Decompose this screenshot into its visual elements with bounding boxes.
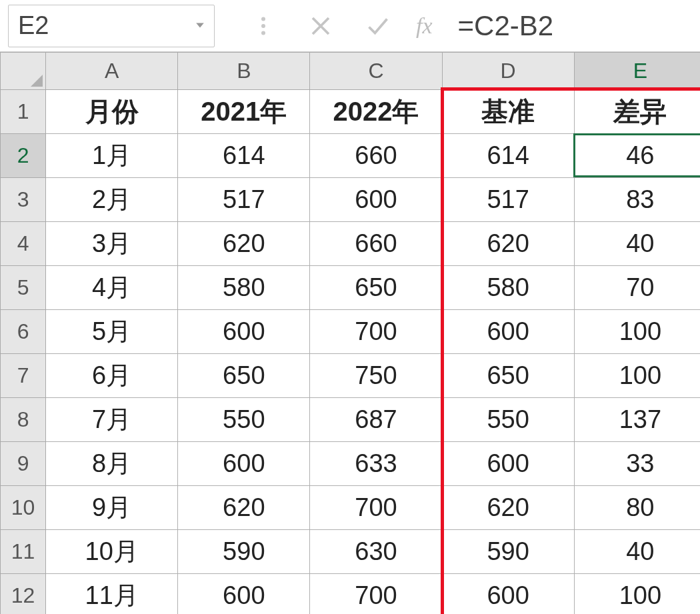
cell-A12[interactable]: 11月 [46, 574, 178, 615]
cell-D7[interactable]: 650 [442, 354, 574, 398]
cell-A7[interactable]: 6月 [46, 354, 178, 398]
cell-A4[interactable]: 3月 [46, 222, 178, 266]
fx-icon[interactable]: fx [407, 13, 442, 39]
cell-D3[interactable]: 517 [442, 178, 574, 222]
cell-C7[interactable]: 750 [310, 354, 442, 398]
cell-B1[interactable]: 2021年 [178, 90, 310, 134]
cell-E10[interactable]: 80 [574, 486, 700, 530]
cell-A10[interactable]: 9月 [46, 486, 178, 530]
cell-A3[interactable]: 2月 [46, 178, 178, 222]
row-header-11[interactable]: 11 [1, 530, 46, 574]
cell-D5[interactable]: 580 [442, 266, 574, 310]
formula-text: =C2-B2 [458, 10, 554, 42]
cell-B12[interactable]: 600 [178, 574, 310, 615]
formula-bar-buttons: fx [235, 5, 442, 47]
cell-B3[interactable]: 517 [178, 178, 310, 222]
cell-B5[interactable]: 580 [178, 266, 310, 310]
column-header-C[interactable]: C [310, 53, 442, 90]
cell-B8[interactable]: 550 [178, 398, 310, 442]
cell-E1[interactable]: 差异 [574, 90, 700, 134]
row-header-7[interactable]: 7 [1, 354, 46, 398]
cell-B2[interactable]: 614 [178, 134, 310, 178]
cell-C12[interactable]: 700 [310, 574, 442, 615]
cell-D9[interactable]: 600 [442, 442, 574, 486]
column-header-B[interactable]: B [178, 53, 310, 90]
row-header-12[interactable]: 12 [1, 574, 46, 615]
cell-D2[interactable]: 614 [442, 134, 574, 178]
cell-C6[interactable]: 700 [310, 310, 442, 354]
cell-C4[interactable]: 660 [310, 222, 442, 266]
cell-D10[interactable]: 620 [442, 486, 574, 530]
svg-point-0 [261, 17, 265, 21]
cell-D11[interactable]: 590 [442, 530, 574, 574]
cell-B9[interactable]: 600 [178, 442, 310, 486]
cell-D12[interactable]: 600 [442, 574, 574, 615]
cell-C9[interactable]: 633 [310, 442, 442, 486]
cell-D8[interactable]: 550 [442, 398, 574, 442]
cell-C11[interactable]: 630 [310, 530, 442, 574]
cell-E4[interactable]: 40 [574, 222, 700, 266]
row-header-5[interactable]: 5 [1, 266, 46, 310]
svg-point-2 [261, 31, 265, 35]
cell-B11[interactable]: 590 [178, 530, 310, 574]
cell-A11[interactable]: 10月 [46, 530, 178, 574]
column-header-D[interactable]: D [442, 53, 574, 90]
name-box-value: E2 [18, 11, 195, 40]
svg-point-1 [261, 24, 265, 28]
cell-A8[interactable]: 7月 [46, 398, 178, 442]
cell-E6[interactable]: 100 [574, 310, 700, 354]
select-all-corner[interactable] [1, 53, 46, 90]
row-header-1[interactable]: 1 [1, 90, 46, 134]
row-header-4[interactable]: 4 [1, 222, 46, 266]
dots-icon [235, 5, 292, 47]
cell-E12[interactable]: 100 [574, 574, 700, 615]
row-header-2[interactable]: 2 [1, 134, 46, 178]
cell-A2[interactable]: 1月 [46, 134, 178, 178]
cell-E3[interactable]: 83 [574, 178, 700, 222]
cell-D4[interactable]: 620 [442, 222, 574, 266]
cell-B10[interactable]: 620 [178, 486, 310, 530]
cell-E5[interactable]: 70 [574, 266, 700, 310]
cell-A1[interactable]: 月份 [46, 90, 178, 134]
dropdown-icon[interactable] [195, 18, 205, 33]
formula-bar: E2 fx =C2-B2 [0, 0, 700, 52]
cell-B6[interactable]: 600 [178, 310, 310, 354]
row-header-10[interactable]: 10 [1, 486, 46, 530]
column-header-A[interactable]: A [46, 53, 178, 90]
cell-E7[interactable]: 100 [574, 354, 700, 398]
cell-C3[interactable]: 600 [310, 178, 442, 222]
cell-B7[interactable]: 650 [178, 354, 310, 398]
row-header-3[interactable]: 3 [1, 178, 46, 222]
cell-E8[interactable]: 137 [574, 398, 700, 442]
row-header-9[interactable]: 9 [1, 442, 46, 486]
spreadsheet-grid[interactable]: ABCDE1月份2021年2022年基准差异21月6146606144632月5… [0, 52, 700, 614]
cell-B4[interactable]: 620 [178, 222, 310, 266]
cell-C2[interactable]: 660 [310, 134, 442, 178]
cell-E9[interactable]: 33 [574, 442, 700, 486]
cell-E11[interactable]: 40 [574, 530, 700, 574]
row-header-8[interactable]: 8 [1, 398, 46, 442]
row-header-6[interactable]: 6 [1, 310, 46, 354]
cell-D6[interactable]: 600 [442, 310, 574, 354]
name-box[interactable]: E2 [8, 5, 215, 47]
formula-input[interactable]: =C2-B2 [451, 5, 692, 47]
cell-A9[interactable]: 8月 [46, 442, 178, 486]
cell-E2[interactable]: 46 [574, 134, 700, 178]
column-header-E[interactable]: E [574, 53, 700, 90]
cell-C10[interactable]: 700 [310, 486, 442, 530]
cell-C1[interactable]: 2022年 [310, 90, 442, 134]
cancel-icon[interactable] [292, 5, 349, 47]
cell-D1[interactable]: 基准 [442, 90, 574, 134]
cell-A5[interactable]: 4月 [46, 266, 178, 310]
cell-A6[interactable]: 5月 [46, 310, 178, 354]
enter-icon[interactable] [349, 5, 407, 47]
cell-C5[interactable]: 650 [310, 266, 442, 310]
cell-C8[interactable]: 687 [310, 398, 442, 442]
